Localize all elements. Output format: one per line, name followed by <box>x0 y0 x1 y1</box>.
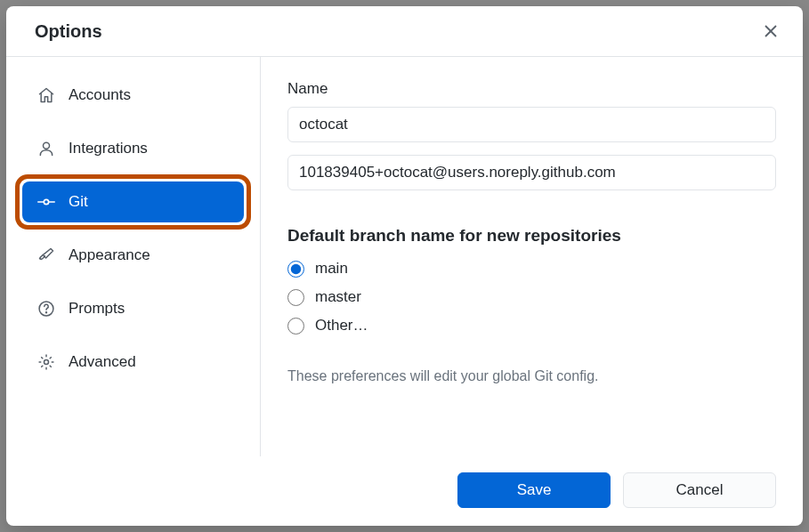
branch-option-other[interactable]: Other… <box>287 317 776 335</box>
sidebar-item-label: Git <box>69 193 88 211</box>
radio-label: Other… <box>315 317 368 335</box>
sidebar-item-prompts[interactable]: Prompts <box>22 288 244 329</box>
svg-point-2 <box>44 142 50 149</box>
help-text: These preferences will edit your global … <box>287 368 776 384</box>
sidebar: Accounts Integrations <box>6 57 261 456</box>
dialog-footer: Save Cancel <box>6 456 803 526</box>
dialog-title: Options <box>35 21 102 42</box>
branch-radio-group: main master Other… <box>287 260 776 335</box>
content-pane: Name Default branch name for new reposit… <box>261 57 803 456</box>
home-icon <box>36 85 56 105</box>
branch-radio-main[interactable] <box>287 261 304 278</box>
email-input[interactable] <box>287 155 776 190</box>
question-icon <box>36 299 56 318</box>
sidebar-item-label: Advanced <box>69 353 136 371</box>
gear-icon <box>36 352 56 372</box>
options-dialog: Options Accounts <box>6 6 803 526</box>
branch-option-main[interactable]: main <box>287 260 776 278</box>
name-input[interactable] <box>287 107 776 142</box>
default-branch-heading: Default branch name for new repositories <box>287 226 776 246</box>
sidebar-item-integrations[interactable]: Integrations <box>22 128 244 169</box>
cancel-button[interactable]: Cancel <box>623 472 776 508</box>
sidebar-item-label: Accounts <box>69 86 131 104</box>
close-icon <box>764 24 778 38</box>
sidebar-item-advanced[interactable]: Advanced <box>22 342 244 383</box>
sidebar-item-git[interactable]: Git <box>22 181 244 222</box>
radio-label: master <box>315 288 361 306</box>
sidebar-item-label: Prompts <box>69 300 125 318</box>
radio-label: main <box>315 260 348 278</box>
name-label: Name <box>287 80 776 98</box>
sidebar-item-label: Integrations <box>69 140 148 157</box>
git-commit-icon <box>36 192 56 212</box>
sidebar-item-appearance[interactable]: Appearance <box>22 235 244 276</box>
dialog-header: Options <box>6 6 803 57</box>
save-button[interactable]: Save <box>457 472 611 508</box>
sidebar-item-accounts[interactable]: Accounts <box>22 75 244 116</box>
svg-point-7 <box>46 312 47 313</box>
close-button[interactable] <box>760 20 781 42</box>
person-icon <box>36 139 56 158</box>
branch-radio-other[interactable] <box>287 318 304 335</box>
dialog-body: Accounts Integrations <box>6 57 803 456</box>
svg-point-8 <box>44 360 49 365</box>
paintbrush-icon <box>36 246 56 265</box>
sidebar-item-label: Appearance <box>69 246 150 264</box>
branch-option-master[interactable]: master <box>287 288 776 306</box>
branch-radio-master[interactable] <box>287 289 304 306</box>
